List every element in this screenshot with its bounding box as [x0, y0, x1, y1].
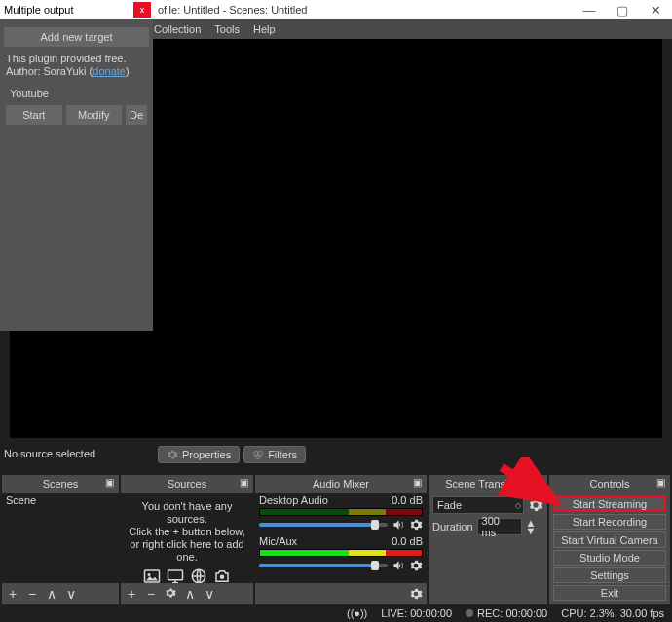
popup-info: This plugin provided free. Author: SoraY…	[0, 53, 153, 84]
transition-settings-button[interactable]	[528, 497, 543, 513]
undock-icon[interactable]: ▣	[413, 477, 425, 489]
close-icon[interactable]: ✕	[639, 0, 672, 19]
speaker-icon[interactable]	[392, 518, 405, 531]
undock-icon[interactable]: ▣	[105, 477, 117, 489]
filters-button[interactable]: Filters	[243, 446, 306, 463]
globe-source-icon	[189, 567, 208, 583]
duration-spinner[interactable]: ▲▼	[526, 519, 536, 534]
broadcast-icon: ((●))	[347, 607, 367, 619]
mic-volume-slider[interactable]	[259, 564, 388, 567]
undock-icon[interactable]: ▣	[656, 477, 668, 489]
source-settings-button[interactable]	[164, 586, 177, 602]
delete-output-button[interactable]: De	[126, 105, 147, 125]
settings-button[interactable]: Settings	[553, 567, 666, 583]
maximize-icon[interactable]: ▢	[606, 0, 639, 19]
scene-item[interactable]: Scene	[2, 493, 119, 508]
start-streaming-button[interactable]: Start Streaming	[553, 496, 666, 512]
source-down-button[interactable]: ∨	[203, 586, 216, 602]
menu-collection[interactable]: Collection	[154, 23, 201, 35]
undock-icon[interactable]: ▣	[534, 477, 545, 489]
main-title-suffix: ofile: Untitled - Scenes: Untitled	[154, 4, 307, 16]
properties-button[interactable]: Properties	[158, 446, 240, 463]
scene-up-button[interactable]: ∧	[45, 586, 58, 602]
image-source-icon	[142, 567, 162, 583]
transition-select[interactable]: Fade◇	[432, 496, 524, 514]
duration-input[interactable]: 300 ms	[477, 518, 522, 535]
status-rec: REC: 00:00:00	[477, 607, 547, 619]
add-source-button[interactable]: +	[125, 586, 138, 602]
controls-header: Controls	[590, 478, 630, 490]
gear-icon	[167, 449, 178, 460]
mixer-mic-aux: Mic/Aux0.0 dB	[255, 533, 427, 574]
mixer-header: Audio Mixer	[313, 478, 369, 490]
menu-help[interactable]: Help	[253, 23, 276, 35]
gear-icon[interactable]	[409, 559, 423, 572]
mixer-desktop-audio: Desktop Audio0.0 dB	[255, 493, 427, 533]
studio-mode-button[interactable]: Studio Mode	[553, 550, 666, 566]
svg-point-4	[148, 573, 151, 576]
minimize-icon[interactable]: —	[573, 0, 606, 19]
add-new-target-button[interactable]: Add new target	[4, 27, 149, 47]
audio-mixer-panel: Audio Mixer▣ Desktop Audio0.0 dB Mic/Aux…	[255, 475, 427, 604]
sources-empty-message: You don't have any sources. Click the + …	[121, 493, 253, 583]
donate-link[interactable]: donate	[93, 65, 126, 77]
desktop-volume-slider[interactable]	[259, 523, 388, 527]
sources-header: Sources	[168, 478, 206, 490]
popup-close-button[interactable]: x	[133, 2, 151, 18]
gear-icon[interactable]	[409, 518, 423, 531]
menu-tools[interactable]: Tools	[214, 23, 240, 35]
remove-scene-button[interactable]: −	[25, 586, 39, 602]
desktop-meter	[259, 508, 423, 516]
start-output-button[interactable]: Start	[6, 105, 62, 125]
scene-down-button[interactable]: ∨	[64, 586, 78, 602]
filters-icon	[252, 449, 264, 460]
duration-label: Duration	[432, 521, 473, 532]
status-bar: ((●)) LIVE: 00:00:00 REC: 00:00:00 CPU: …	[0, 604, 672, 622]
undock-icon[interactable]: ▣	[240, 477, 251, 489]
camera-source-icon	[212, 567, 232, 583]
mixer-settings-button[interactable]	[409, 587, 423, 601]
transitions-header: Scene Transitions	[445, 478, 530, 490]
no-source-label: No source selected	[4, 448, 95, 459]
status-cpu: CPU: 2.3%, 30.00 fps	[561, 607, 664, 619]
start-recording-button[interactable]: Start Recording	[553, 514, 666, 530]
status-live: LIVE: 00:00:00	[381, 607, 452, 619]
rec-dot-icon	[466, 609, 473, 617]
svg-rect-5	[168, 570, 183, 580]
popup-titlebar[interactable]: Multiple output x	[0, 0, 153, 19]
remove-source-button[interactable]: −	[144, 586, 158, 602]
popup-section-youtube: Youtube	[0, 84, 153, 101]
multiple-output-popup: Multiple output x Add new target This pl…	[0, 0, 153, 331]
controls-panel: Controls▣ Start Streaming Start Recordin…	[549, 475, 670, 604]
svg-point-7	[220, 575, 225, 580]
sources-panel: Sources▣ You don't have any sources. Cli…	[121, 475, 253, 604]
scenes-header: Scenes	[43, 478, 79, 490]
mic-meter	[259, 549, 423, 557]
add-scene-button[interactable]: +	[6, 586, 19, 602]
modify-output-button[interactable]: Modify	[66, 105, 123, 125]
exit-button[interactable]: Exit	[553, 585, 666, 601]
speaker-icon[interactable]	[392, 559, 405, 572]
scenes-panel: Scenes▣ Scene + − ∧ ∨	[2, 475, 119, 604]
start-virtual-camera-button[interactable]: Start Virtual Camera	[553, 531, 666, 547]
scene-transitions-panel: Scene Transitions▣ Fade◇ Duration 300 ms…	[429, 475, 547, 604]
source-up-button[interactable]: ∧	[183, 586, 197, 602]
popup-title-text: Multiple output	[4, 4, 74, 16]
display-source-icon	[166, 567, 185, 583]
